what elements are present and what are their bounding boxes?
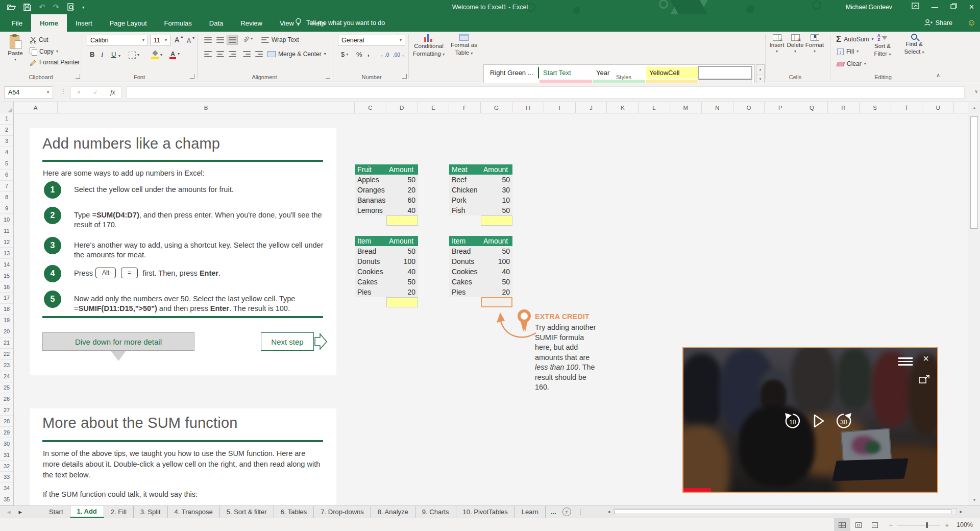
data-cell[interactable]: Cakes	[449, 277, 481, 287]
row-header-1[interactable]: 1	[0, 113, 13, 125]
vertical-scrollbar[interactable]: ▲ ▼	[968, 102, 980, 505]
sheet-tab-7-drop-downs[interactable]: 7. Drop-downs	[314, 506, 371, 518]
data-cell[interactable]: 40	[386, 267, 418, 277]
column-header-Q[interactable]: Q	[796, 102, 828, 113]
video-menu-icon[interactable]	[898, 355, 913, 368]
row-header-2[interactable]: 2	[0, 125, 13, 136]
scroll-up-icon[interactable]: ▲	[968, 102, 980, 113]
row-header-31[interactable]: 31	[0, 449, 13, 461]
row-header-13[interactable]: 13	[0, 248, 13, 259]
name-box[interactable]: A54 ▾	[4, 86, 53, 99]
qat-customize-icon[interactable]: ▾	[82, 5, 84, 10]
expand-formula-bar-icon[interactable]: ∨	[974, 89, 978, 94]
sheet-tab-2-fill[interactable]: 2. Fill	[104, 506, 134, 518]
row-header-30[interactable]: 30	[0, 438, 13, 449]
video-play-icon[interactable]	[811, 413, 825, 432]
column-header-O[interactable]: O	[733, 102, 765, 113]
ribbon-tab-file[interactable]: File	[3, 14, 31, 32]
increase-indent-button[interactable]	[253, 49, 264, 59]
zoom-slider-thumb[interactable]	[926, 522, 928, 528]
save-icon[interactable]	[23, 4, 31, 11]
data-cell[interactable]: 30	[481, 185, 512, 195]
page-break-view-button[interactable]	[867, 518, 883, 531]
font-family-select[interactable]: Calibri ▾	[87, 35, 148, 46]
minimize-icon[interactable]: —	[932, 0, 938, 14]
header-cell[interactable]: Item	[449, 236, 481, 246]
row-header-23[interactable]: 23	[0, 360, 13, 371]
data-cell[interactable]: 50	[386, 175, 418, 185]
sheet-tab-1-add[interactable]: 1. Add	[70, 506, 104, 518]
data-cell[interactable]: Pies	[449, 287, 481, 297]
scroll-right-icon[interactable]: ►	[957, 510, 965, 514]
print-preview-icon[interactable]	[67, 3, 75, 11]
video-rewind-10-icon[interactable]: 10	[783, 413, 802, 434]
tab-overflow-ellipsis[interactable]: ...	[551, 508, 556, 516]
column-header-F[interactable]: F	[449, 102, 481, 113]
data-cell[interactable]: Oranges	[355, 185, 386, 195]
sheet-tab-start[interactable]: Start	[42, 506, 70, 518]
data-cell[interactable]: 40	[386, 205, 418, 215]
horizontal-scrollbar[interactable]: ◄ ►	[605, 507, 965, 516]
header-cell[interactable]: Amount	[481, 164, 512, 175]
font-dialog-launcher-icon[interactable]	[190, 74, 194, 79]
confirm-entry-icon[interactable]: ✓	[93, 89, 98, 96]
column-header-E[interactable]: E	[418, 102, 450, 113]
new-sheet-icon[interactable]: +	[562, 508, 571, 516]
sheet-tab-8-analyze[interactable]: 8. Analyze	[371, 506, 415, 518]
undo-icon[interactable]: ↶	[39, 3, 45, 12]
ribbon-tab-formulas[interactable]: Formulas	[156, 14, 201, 32]
data-cell[interactable]: 50	[481, 277, 512, 287]
sheet-tab-3-split[interactable]: 3. Split	[134, 506, 168, 518]
data-cell[interactable]: Beef	[449, 175, 481, 185]
column-header-N[interactable]: N	[702, 102, 733, 113]
data-cell[interactable]: 50	[386, 246, 418, 256]
sheet-tab-5-sort-filter[interactable]: 5. Sort & filter	[220, 506, 274, 518]
data-cell[interactable]: 60	[386, 195, 418, 205]
feedback-smiley-icon[interactable]: ☺	[967, 14, 976, 32]
data-cell[interactable]: 50	[481, 205, 512, 215]
ribbon-display-options-icon[interactable]	[912, 0, 919, 14]
normal-view-button[interactable]	[834, 518, 850, 531]
fill-button[interactable]: ↓ Fill ▾	[837, 48, 859, 55]
row-header-7[interactable]: 7	[0, 181, 13, 192]
data-cell[interactable]: Pork	[449, 195, 481, 205]
column-header-M[interactable]: M	[670, 102, 702, 113]
bold-button[interactable]: B	[90, 51, 94, 58]
percent-style-button[interactable]: %	[356, 51, 362, 58]
row-header-18[interactable]: 18	[0, 304, 13, 315]
data-cell[interactable]: Pies	[355, 287, 386, 297]
row-header-14[interactable]: 14	[0, 259, 13, 270]
row-header-29[interactable]: 29	[0, 427, 13, 438]
data-cell[interactable]: Cakes	[355, 277, 386, 287]
align-right-button[interactable]	[227, 49, 238, 59]
video-player[interactable]: × 10 30	[682, 347, 938, 493]
scroll-left-icon[interactable]: ◄	[605, 510, 613, 514]
data-cell[interactable]: 20	[481, 287, 512, 297]
yellow-formula-cell[interactable]	[386, 215, 418, 226]
ribbon-tab-insert[interactable]: Insert	[67, 14, 101, 32]
row-header-32[interactable]: 32	[0, 461, 13, 472]
row-header-21[interactable]: 21	[0, 337, 13, 349]
italic-button[interactable]: I	[101, 51, 103, 59]
row-header-34[interactable]: 34	[0, 483, 13, 494]
dive-down-button[interactable]: Dive down for more detail	[42, 332, 194, 351]
comma-style-button[interactable]: ,	[368, 50, 370, 57]
gallery-up-icon[interactable]: ▴	[756, 65, 764, 75]
column-header-S[interactable]: S	[860, 102, 891, 113]
data-cell[interactable]: Bread	[355, 246, 386, 256]
data-cell[interactable]: 40	[481, 267, 512, 277]
column-header-H[interactable]: H	[512, 102, 544, 113]
data-cell[interactable]: 100	[481, 256, 512, 267]
paste-button[interactable]: Paste ▾	[4, 34, 27, 62]
row-header-24[interactable]: 24	[0, 371, 13, 382]
cell-style-right-green-[interactable]: Right Green ...	[486, 67, 539, 79]
row-header-20[interactable]: 20	[0, 326, 13, 337]
collapse-ribbon-icon[interactable]: ∧	[936, 72, 940, 79]
column-header-A[interactable]: A	[14, 102, 58, 113]
number-format-select[interactable]: General ▾	[338, 35, 405, 46]
sheet-tab-learn[interactable]: Learn	[515, 506, 546, 518]
data-cell[interactable]: 10	[481, 195, 512, 205]
video-close-icon[interactable]: ×	[923, 353, 929, 364]
sheet-tab-4-transpose[interactable]: 4. Transpose	[168, 506, 220, 518]
alignment-dialog-launcher-icon[interactable]	[326, 74, 330, 79]
